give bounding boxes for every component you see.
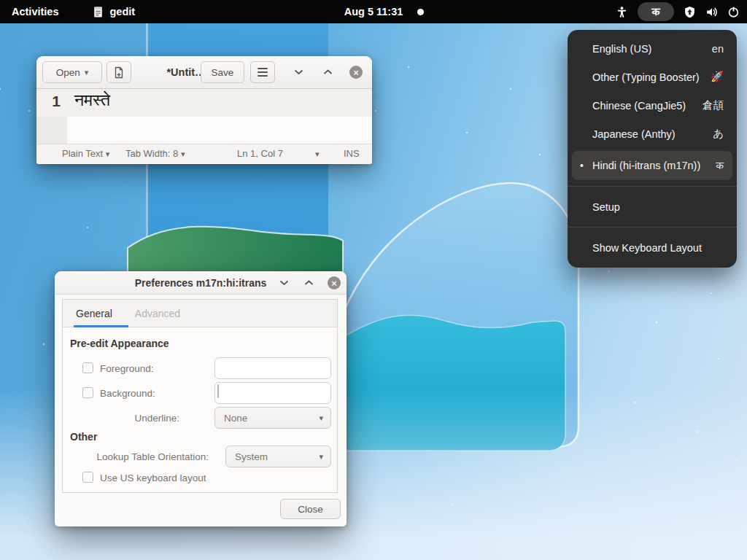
preferences-notebook: General Advanced Pre-edit Appearance For… <box>62 299 338 493</box>
ime-item-indicator: あ <box>713 127 724 141</box>
clock[interactable]: Aug 5 11:31 <box>344 0 403 23</box>
tab-advanced[interactable]: Advanced <box>130 300 185 327</box>
ime-item-label: Other (Typing Booster) <box>592 71 700 83</box>
tab-width-label: Tab Width: 8 <box>125 148 178 159</box>
menu-button[interactable] <box>250 61 275 83</box>
close-button[interactable]: × <box>349 66 363 79</box>
ime-item-hindi-selected[interactable]: • Hindi (hi-itrans (m17n)) क <box>572 151 732 180</box>
input-method-indicator[interactable]: क <box>638 2 674 21</box>
gedit-app-icon <box>92 6 104 18</box>
new-document-icon <box>113 66 125 79</box>
ime-item-indicator: en <box>712 43 724 55</box>
language-selector[interactable]: Plain Text ▾ <box>62 148 109 159</box>
gedit-statusbar: Plain Text ▾ Tab Width: 8 ▾ Ln 1, Col 7 … <box>36 144 372 163</box>
language-label: Plain Text <box>62 148 103 159</box>
activities-button[interactable]: Activities <box>12 6 58 18</box>
ime-setup-item[interactable]: Setup <box>568 192 737 221</box>
foreground-checkbox[interactable] <box>82 362 93 373</box>
open-button-label: Open <box>56 67 80 78</box>
selected-bullet-icon: • <box>580 160 584 171</box>
accessibility-icon[interactable] <box>616 6 628 18</box>
section-other: Other <box>70 431 97 443</box>
underline-value: None <box>224 413 247 424</box>
line-number-gutter <box>36 117 67 144</box>
ime-item-chinese[interactable]: Chinese (CangJie5) 倉頡 <box>568 91 737 120</box>
tab-general[interactable]: General <box>70 300 118 327</box>
chevron-up-icon <box>304 280 314 286</box>
rocket-icon: 🚀 <box>711 71 724 83</box>
power-icon[interactable] <box>727 6 740 18</box>
maximize-button[interactable] <box>302 276 315 289</box>
lookup-value: System <box>235 451 268 462</box>
foreground-color-button[interactable] <box>214 357 331 379</box>
foreground-label: Foreground: <box>100 363 154 374</box>
chevron-down-icon: ▾ <box>319 413 323 423</box>
insert-mode-indicator[interactable]: INS <box>344 148 360 159</box>
app-menu[interactable]: gedit <box>92 6 135 18</box>
tab-width-selector[interactable]: Tab Width: 8 ▾ <box>125 148 185 159</box>
chevron-down-icon <box>294 69 303 75</box>
ime-item-typing-booster[interactable]: Other (Typing Booster) 🚀 <box>568 63 737 91</box>
ime-item-indicator: 倉頡 <box>703 98 724 112</box>
tab-label: General <box>76 308 112 319</box>
gedit-headerbar: Open ▾ *Untit… Save × <box>36 56 372 89</box>
ime-item-english[interactable]: English (US) en <box>568 34 737 63</box>
volume-icon[interactable] <box>705 6 718 18</box>
close-button[interactable]: × <box>328 276 341 289</box>
active-tab-underline <box>74 325 128 327</box>
section-pre-edit-appearance: Pre-edit Appearance <box>70 338 169 349</box>
save-button-label: Save <box>212 67 234 78</box>
top-bar: Activities gedit Aug 5 11:31 क <box>0 0 747 23</box>
close-icon: × <box>353 68 359 77</box>
chevron-down-icon: ▾ <box>181 149 185 158</box>
ime-item-label: Japanese (Anthy) <box>592 128 676 140</box>
chevron-down-icon: ▾ <box>319 452 323 462</box>
underline-dropdown[interactable]: None ▾ <box>214 407 331 429</box>
background-color-button[interactable] <box>214 382 331 404</box>
ime-item-indicator: क <box>716 160 724 172</box>
ime-item-label: Hindi (hi-itrans (m17n)) <box>592 160 700 171</box>
cursor-position[interactable]: Ln 1, Col 7 <box>237 148 283 159</box>
input-method-menu: English (US) en Other (Typing Booster) 🚀… <box>568 30 737 268</box>
hamburger-icon <box>258 68 268 77</box>
close-dialog-button[interactable]: Close <box>280 499 341 519</box>
chevron-down-icon <box>279 280 289 286</box>
close-icon: × <box>331 279 337 288</box>
open-button[interactable]: Open ▾ <box>42 61 102 83</box>
gedit-text-area[interactable]: 1 नमस्ते <box>36 89 372 144</box>
underline-label: Underline: <box>63 413 179 424</box>
preferences-titlebar: Preferences m17n:hi:itrans × <box>55 271 347 295</box>
lookup-table-orientation-label: Lookup Table Orientation: <box>63 451 209 462</box>
minimize-button[interactable] <box>292 66 305 79</box>
background-color-swatch <box>217 384 219 398</box>
preferences-dialog: Preferences m17n:hi:itrans × General Adv… <box>55 271 347 526</box>
show-keyboard-layout-item[interactable]: Show Keyboard Layout <box>568 233 737 262</box>
record-indicator-icon <box>417 9 424 15</box>
minimize-button[interactable] <box>277 276 290 289</box>
chevron-down-icon: ▾ <box>106 149 110 158</box>
tab-label: Advanced <box>135 308 180 319</box>
menu-separator <box>568 227 737 228</box>
chevron-up-icon <box>323 69 333 75</box>
maximize-button[interactable] <box>321 66 334 79</box>
app-menu-label: gedit <box>109 6 135 18</box>
tab-bar: General Advanced <box>63 300 337 327</box>
setup-label: Setup <box>592 201 620 213</box>
menu-separator <box>568 186 737 187</box>
us-keyboard-checkbox[interactable] <box>82 472 93 483</box>
chevron-down-icon[interactable]: ▾ <box>315 149 320 159</box>
us-keyboard-label: Use US keyboard layout <box>100 472 206 483</box>
background-checkbox[interactable] <box>82 387 93 398</box>
gedit-window: Open ▾ *Untit… Save × <box>36 56 372 164</box>
system-tray: क <box>616 0 740 23</box>
new-document-button[interactable] <box>107 61 131 83</box>
line-number: 1 <box>36 93 61 110</box>
save-button[interactable]: Save <box>201 61 244 83</box>
ime-item-label: English (US) <box>592 43 651 55</box>
ime-item-label: Chinese (CangJie5) <box>592 100 686 112</box>
ime-item-japanese[interactable]: Japanese (Anthy) あ <box>568 120 737 148</box>
lookup-table-orientation-dropdown[interactable]: System ▾ <box>225 446 331 467</box>
close-button-label: Close <box>298 504 323 515</box>
shield-icon[interactable] <box>684 6 696 18</box>
chevron-down-icon: ▾ <box>85 68 89 77</box>
